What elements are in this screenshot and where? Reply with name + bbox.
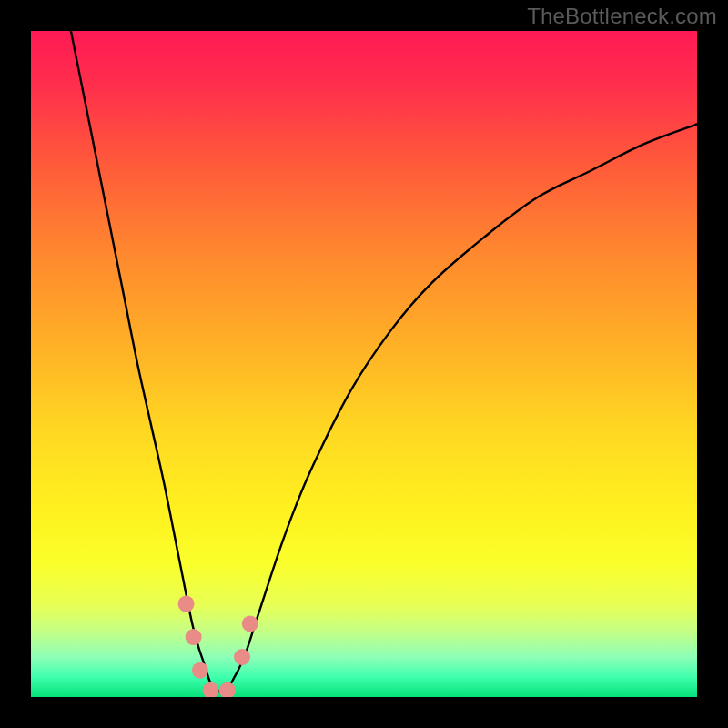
curve-dots-0 — [178, 596, 195, 612]
image-frame: TheBottleneck.com — [0, 0, 728, 728]
plot-area — [31, 31, 697, 697]
curve-dots-6 — [242, 615, 258, 632]
curve-dots-4 — [219, 682, 236, 697]
curve-dots-2 — [192, 662, 208, 679]
watermark-text: TheBottleneck.com — [527, 4, 717, 29]
curve-dots-3 — [203, 682, 219, 697]
series-bottleneck-curve — [71, 31, 697, 692]
bottleneck-curve — [31, 31, 697, 697]
curve-dots-5 — [234, 649, 250, 665]
curve-dots-1 — [186, 629, 202, 645]
